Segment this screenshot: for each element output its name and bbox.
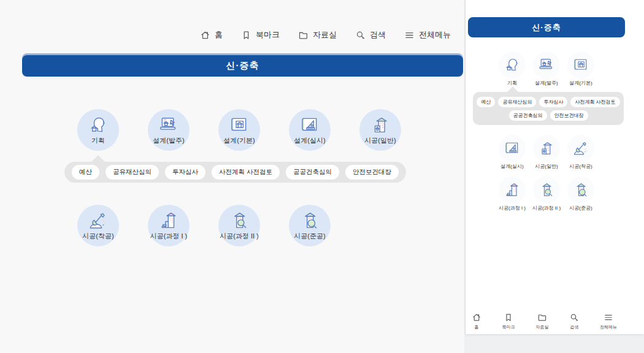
side-nav-all-menu-label: 전체메뉴 bbox=[600, 324, 617, 330]
phase-planning[interactable]: 기획 bbox=[77, 109, 119, 151]
side-nav-library-label: 자료실 bbox=[536, 324, 549, 330]
folder-icon bbox=[298, 30, 309, 40]
design-order-icon bbox=[158, 115, 179, 135]
nav-bookmark-label: 북마크 bbox=[256, 29, 280, 40]
side-bottom-nav: 홈 북마크 자료실 검색 전체메뉴 bbox=[472, 313, 617, 330]
side-substeps-bar: 예산 공유재산심의 투자심사 사전계획 사전검토 공공건축심의 안전보건대장 bbox=[473, 92, 624, 125]
side-phase-row-2: 설계(실시) 시공(일반) 시공(착공) bbox=[468, 135, 625, 170]
nav-all-menu-label: 전체메뉴 bbox=[419, 29, 451, 40]
page: 홈 북마크 자료실 검색 전체메뉴 신·증축 bbox=[0, 0, 644, 353]
phase-construction-process2[interactable]: 시공(과정 II ) bbox=[218, 205, 260, 246]
icon-circle bbox=[533, 51, 560, 78]
side-phase-planning[interactable]: 기획 bbox=[495, 51, 529, 86]
design-detail-icon bbox=[299, 115, 320, 135]
phase-construction-start[interactable]: 시공(착공) bbox=[77, 205, 119, 246]
menu-icon bbox=[404, 30, 415, 40]
phase-label: 시공(일반) bbox=[535, 163, 558, 170]
substep-pill[interactable]: 사전계획 사전검토 bbox=[212, 165, 280, 180]
icon-circle bbox=[533, 176, 560, 203]
construction-complete-icon bbox=[572, 181, 589, 199]
side-phase-construction-process1[interactable]: 시공(과정 I ) bbox=[495, 176, 529, 211]
construction-process2-icon bbox=[229, 210, 250, 231]
substep-pill[interactable]: 예산 bbox=[72, 165, 99, 180]
side-phase-design-detail[interactable]: 설계(실시) bbox=[495, 135, 529, 170]
substep-pill[interactable]: 안전보건대장 bbox=[550, 110, 588, 121]
top-nav: 홈 북마크 자료실 검색 전체메뉴 bbox=[200, 29, 451, 40]
side-phase-design-order[interactable]: 설계(발주) bbox=[529, 51, 564, 86]
substep-pill[interactable]: 공공건축심의 bbox=[286, 165, 339, 180]
phase-design-order[interactable]: 설계(발주) bbox=[148, 109, 190, 151]
side-nav-home[interactable]: 홈 bbox=[472, 313, 481, 330]
substep-pill[interactable]: 공공건축심의 bbox=[509, 110, 547, 121]
planning-icon bbox=[88, 115, 109, 135]
phase-label: 시공(착공) bbox=[569, 163, 592, 170]
substep-pill[interactable]: 공유재산심의 bbox=[498, 97, 536, 107]
side-phase-construction-process2[interactable]: 시공(과정 II ) bbox=[529, 176, 564, 211]
design-basic-icon bbox=[572, 56, 589, 74]
nav-home-label: 홈 bbox=[215, 29, 223, 40]
home-icon bbox=[472, 313, 481, 322]
nav-library-label: 자료실 bbox=[313, 29, 337, 40]
phase-design-basic[interactable]: 설계(기본) bbox=[218, 109, 260, 151]
substep-pill[interactable]: 사전계획 사전검토 bbox=[570, 97, 619, 107]
phase-label: 설계(실시) bbox=[294, 136, 325, 145]
phase-label: 시공(일반) bbox=[364, 136, 396, 145]
substep-pill[interactable]: 투자심사 bbox=[539, 97, 567, 107]
construction-general-icon bbox=[538, 140, 555, 157]
side-phase-construction-general[interactable]: 시공(일반) bbox=[529, 135, 564, 170]
nav-search[interactable]: 검색 bbox=[355, 29, 386, 40]
construction-process1-icon bbox=[504, 181, 521, 199]
bookmark-icon bbox=[504, 313, 513, 322]
nav-all-menu[interactable]: 전체메뉴 bbox=[404, 29, 451, 40]
nav-library[interactable]: 자료실 bbox=[298, 29, 337, 40]
side-nav-bookmark[interactable]: 북마크 bbox=[502, 313, 515, 330]
phase-label: 시공(준공) bbox=[294, 232, 325, 241]
side-nav-all-menu[interactable]: 전체메뉴 bbox=[600, 313, 617, 330]
main-panel: 홈 북마크 자료실 검색 전체메뉴 신·증축 bbox=[0, 0, 464, 353]
design-order-icon bbox=[538, 56, 555, 74]
substeps-bar: 예산 공유재산심의 투자심사 사전계획 사전검토 공공건축심의 안전보건대장 bbox=[64, 162, 406, 183]
phase-label: 기획 bbox=[91, 136, 105, 145]
phase-label: 시공(과정 I ) bbox=[499, 205, 526, 211]
construction-general-icon bbox=[370, 115, 391, 135]
phase-label: 설계(발주) bbox=[153, 136, 184, 145]
side-phase-row-3: 시공(과정 I ) 시공(과정 II ) 시공(준공) bbox=[468, 176, 625, 211]
phase-label: 시공(착공) bbox=[82, 232, 113, 241]
design-detail-icon bbox=[504, 140, 521, 157]
nav-search-label: 검색 bbox=[370, 29, 386, 40]
side-nav-home-label: 홈 bbox=[475, 324, 479, 330]
icon-circle bbox=[567, 176, 594, 203]
phase-construction-general[interactable]: 시공(일반) bbox=[359, 109, 401, 151]
substep-pill[interactable]: 투자심사 bbox=[165, 165, 205, 180]
design-basic-icon bbox=[229, 115, 250, 135]
side-phase-row-1: 기획 설계(발주) 설계(기본) bbox=[468, 51, 625, 86]
phase-construction-complete[interactable]: 시공(준공) bbox=[289, 205, 331, 246]
construction-process2-icon bbox=[538, 181, 555, 199]
substep-pill[interactable]: 예산 bbox=[477, 97, 495, 107]
phase-label: 설계(발주) bbox=[535, 80, 558, 86]
side-title-bar: 신·증축 bbox=[468, 17, 625, 37]
phase-label: 설계(기본) bbox=[569, 80, 592, 86]
side-phase-construction-complete[interactable]: 시공(준공) bbox=[564, 176, 598, 211]
phase-label: 시공(과정 I ) bbox=[150, 232, 188, 241]
construction-start-icon bbox=[88, 210, 109, 231]
nav-home[interactable]: 홈 bbox=[200, 29, 223, 40]
phase-construction-process1[interactable]: 시공(과정 I ) bbox=[148, 205, 190, 246]
substep-pill[interactable]: 공유재산심의 bbox=[105, 165, 159, 180]
phase-design-detail[interactable]: 설계(실시) bbox=[289, 109, 331, 151]
menu-icon bbox=[604, 313, 613, 322]
construction-process1-icon bbox=[158, 210, 179, 231]
icon-circle bbox=[533, 135, 560, 162]
planning-icon bbox=[504, 56, 521, 74]
nav-bookmark[interactable]: 북마크 bbox=[241, 29, 280, 40]
substep-pill[interactable]: 안전보건대장 bbox=[345, 165, 399, 180]
side-title: 신·증축 bbox=[532, 22, 561, 33]
icon-circle bbox=[567, 135, 594, 162]
side-nav-search[interactable]: 검색 bbox=[569, 313, 579, 330]
side-substep-row-1: 예산 공유재산심의 투자심사 사전계획 사전검토 bbox=[477, 97, 619, 107]
page-title-bar: 신·증축 bbox=[22, 55, 463, 77]
phase-label: 시공(과정 II ) bbox=[220, 232, 259, 241]
side-nav-library[interactable]: 자료실 bbox=[536, 313, 549, 330]
side-phase-design-basic[interactable]: 설계(기본) bbox=[564, 51, 598, 86]
side-phase-construction-start[interactable]: 시공(착공) bbox=[564, 135, 598, 170]
